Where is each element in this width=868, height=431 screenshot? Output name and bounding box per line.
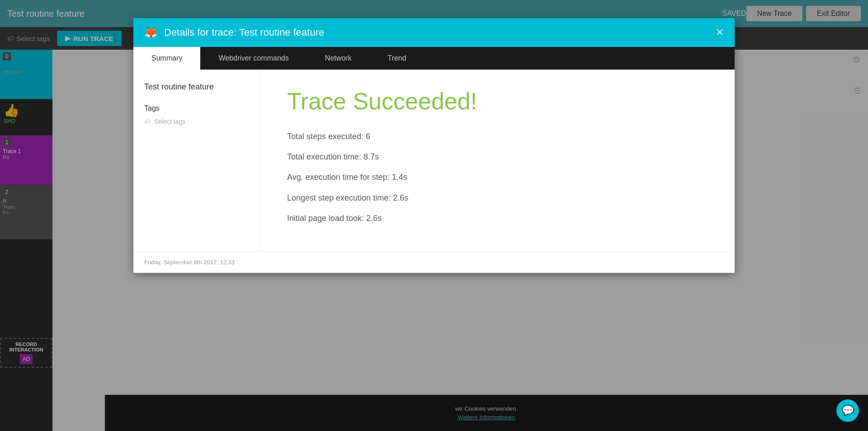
tab-webdriver[interactable]: Webdriver commands <box>200 47 307 70</box>
trace-succeeded-heading: Trace Succeeded! <box>287 88 708 115</box>
modal-dialog: 🦊 Details for trace: Test routine featur… <box>133 18 735 273</box>
stat-page-load: Initial page load took: 2.6s <box>287 213 708 224</box>
tab-summary[interactable]: Summary <box>133 47 200 70</box>
modal-footer: Friday, September 8th 2017, 12:33 <box>133 251 735 273</box>
tags-select-label: Select tags <box>154 118 185 125</box>
modal-header: 🦊 Details for trace: Test routine featur… <box>133 18 735 47</box>
stat-total-steps: Total steps executed: 6 <box>287 131 708 142</box>
stat-total-time: Total execution time: 8.7s <box>287 151 708 163</box>
stats-list: Total steps executed: 6 Total execution … <box>287 131 708 224</box>
stat-longest-step: Longest step execution time: 2.6s <box>287 192 708 204</box>
modal-body: Test routine feature Tags 🏷 Select tags … <box>133 70 735 251</box>
modal-close-button[interactable]: ✕ <box>716 27 724 38</box>
modal-title: Details for trace: Test routine feature <box>164 27 709 38</box>
modal-trace-name: Test routine feature <box>144 82 249 92</box>
chat-icon: 💬 <box>842 405 854 417</box>
chat-button[interactable]: 💬 <box>836 399 859 422</box>
tab-network[interactable]: Network <box>307 47 370 70</box>
tags-section-title: Tags <box>144 104 249 112</box>
modal-overlay: 🦊 Details for trace: Test routine featur… <box>0 0 868 431</box>
modal-tabs: Summary Webdriver commands Network Trend <box>133 47 735 70</box>
modal-right-panel: Trace Succeeded! Total steps executed: 6… <box>260 70 735 251</box>
tags-icon: 🏷 <box>144 118 151 125</box>
modal-left-panel: Test routine feature Tags 🏷 Select tags <box>133 70 260 251</box>
modal-timestamp: Friday, September 8th 2017, 12:33 <box>144 259 235 266</box>
stat-avg-time: Avg. execution time for step: 1.4s <box>287 172 708 183</box>
tags-input-row[interactable]: 🏷 Select tags <box>144 118 249 125</box>
tab-trend[interactable]: Trend <box>369 47 424 70</box>
firefox-icon: 🦊 <box>144 26 158 39</box>
